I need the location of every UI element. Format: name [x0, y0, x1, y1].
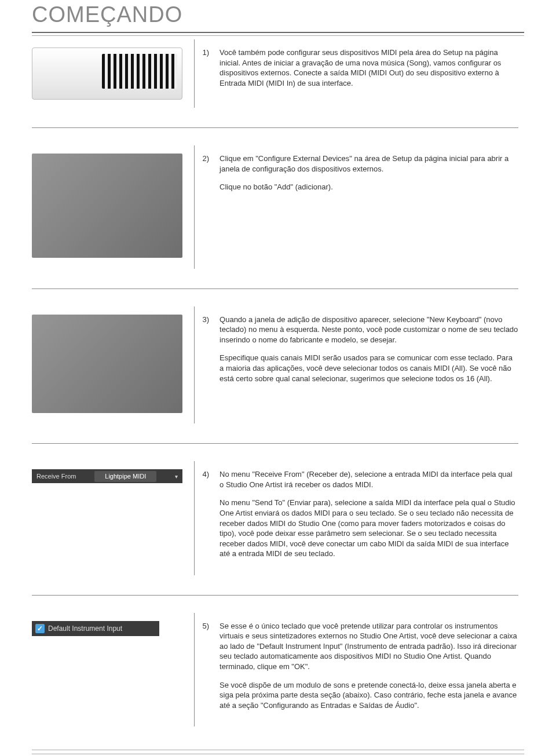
options-dialog-image — [32, 154, 182, 258]
receive-from-control: Receive From Lightpipe MIDI ▾ — [32, 469, 182, 483]
receive-from-label: Receive From — [36, 472, 76, 481]
step-number: 3) — [194, 306, 215, 424]
chevron-down-icon: ▾ — [175, 473, 178, 481]
row-divider — [32, 443, 518, 444]
step-text: Clique em "Configure External Devices" n… — [220, 154, 518, 174]
default-instrument-input-control: ✓ Default Instrument Input — [32, 621, 159, 636]
step-row: Receive From Lightpipe MIDI ▾ 4) No menu… — [32, 461, 524, 575]
steps-table: 1) Você também pode configurar seus disp… — [32, 39, 524, 726]
footer-rule-2 — [32, 754, 524, 754]
midi-keyboard-image — [32, 48, 182, 100]
step-text: Se você dispõe de um modulo de sons e pr… — [220, 680, 518, 711]
rule-thin — [32, 35, 524, 36]
step-row: 3) Quando a janela de adição de disposit… — [32, 306, 524, 424]
step-text: Especifique quais canais MIDI serão usad… — [220, 353, 518, 384]
step-text: Se esse é o único teclado que você prete… — [220, 621, 518, 672]
step-row: 1) Você também pode configurar seus disp… — [32, 39, 524, 108]
row-divider — [32, 288, 518, 289]
rule-thick — [32, 32, 524, 33]
step-text: Quando a janela de adição de dispositivo… — [220, 315, 518, 345]
default-instrument-input-label: Default Instrument Input — [48, 624, 122, 633]
footer-rule-1 — [32, 750, 524, 750]
step-text: No menu "Receive From" (Receber de), sel… — [220, 469, 518, 490]
step-row: 2) Clique em "Configure External Devices… — [32, 145, 524, 269]
step-number: 2) — [194, 145, 215, 269]
step-number: 1) — [194, 39, 215, 108]
step-text: Clique no botão "Add" (adicionar). — [220, 182, 518, 192]
page-title: COMEÇANDO — [32, 0, 524, 30]
row-divider — [32, 595, 518, 596]
add-device-dialog-image — [32, 315, 182, 413]
step-text: No menu "Send To" (Enviar para), selecio… — [220, 498, 518, 558]
receive-from-value: Lightpipe MIDI — [94, 471, 156, 482]
step-number: 5) — [194, 613, 215, 726]
step-row: ✓ Default Instrument Input 5) Se esse é … — [32, 613, 524, 726]
check-icon: ✓ — [35, 624, 45, 633]
row-divider — [32, 127, 518, 128]
step-text: Você também pode configurar seus disposi… — [220, 48, 518, 88]
step-number: 4) — [194, 461, 215, 575]
